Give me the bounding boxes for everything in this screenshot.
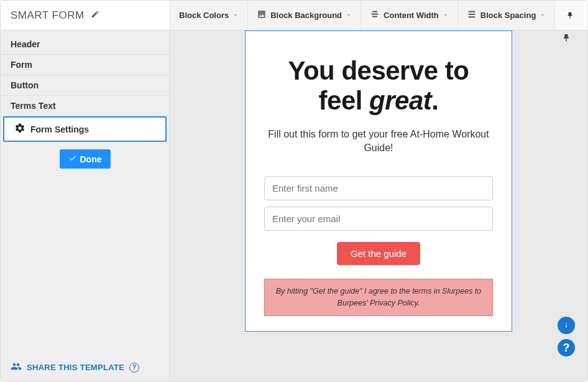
share-label: SHARE THIS TEMPLATE: [27, 363, 124, 372]
pin-icon[interactable]: [561, 33, 571, 45]
pin-button[interactable]: [554, 1, 584, 30]
chevron-down-icon: [232, 11, 239, 20]
app-body: Header Form Button Terms Text Form Setti…: [1, 30, 587, 381]
svg-rect-1: [372, 14, 379, 15]
svg-rect-4: [468, 14, 475, 15]
sidebar-item-terms-text[interactable]: Terms Text: [1, 96, 169, 116]
canvas-area: You deserve to feel great. Fill out this…: [170, 30, 587, 381]
sidebar: Header Form Button Terms Text Form Setti…: [1, 30, 170, 381]
block-background-button[interactable]: Block Background: [247, 1, 361, 30]
svg-rect-2: [372, 16, 377, 17]
block-background-label: Block Background: [270, 11, 342, 20]
share-template-button[interactable]: SHARE THIS TEMPLATE ?: [1, 353, 169, 381]
done-label: Done: [80, 154, 102, 164]
content-width-label: Content Width: [384, 11, 439, 20]
block-spacing-button[interactable]: Block Spacing: [457, 1, 555, 30]
svg-rect-5: [468, 16, 475, 17]
done-row: Done: [1, 142, 169, 176]
chevron-down-icon: [346, 11, 352, 20]
sidebar-item-label: Terms Text: [11, 101, 56, 111]
block-colors-label: Block Colors: [179, 11, 229, 20]
floating-help: ?: [558, 317, 575, 356]
toolbar-title-section: SMART FORM: [1, 1, 170, 30]
check-icon: [68, 154, 77, 164]
svg-rect-0: [372, 11, 377, 12]
help-button[interactable]: ?: [558, 339, 575, 356]
top-toolbar: SMART FORM Block Colors Block Background: [1, 1, 587, 30]
sidebar-item-label: Button: [11, 80, 39, 90]
sidebar-item-button[interactable]: Button: [1, 75, 169, 96]
gear-icon: [14, 123, 25, 136]
spacing-icon: [467, 9, 477, 21]
block-colors-button[interactable]: Block Colors: [170, 1, 247, 30]
pencil-icon[interactable]: [91, 10, 99, 21]
block-title: SMART FORM: [11, 9, 85, 22]
content-width-button[interactable]: Content Width: [361, 1, 457, 30]
heading-post: .: [431, 86, 438, 115]
info-button[interactable]: [558, 317, 575, 334]
chevron-down-icon: [540, 11, 546, 20]
email-input[interactable]: [264, 207, 493, 231]
toolbar-buttons: Block Colors Block Background Content Wi: [170, 1, 587, 30]
form-preview[interactable]: You deserve to feel great. Fill out this…: [245, 30, 512, 332]
chevron-down-icon: [443, 11, 449, 20]
first-name-input[interactable]: [264, 176, 493, 200]
preview-subheading: Fill out this form to get your free At-H…: [264, 128, 493, 156]
sidebar-item-label: Form Settings: [30, 124, 89, 134]
app-frame: SMART FORM Block Colors Block Background: [0, 0, 588, 382]
sidebar-item-label: Header: [11, 39, 40, 49]
sidebar-list: Header Form Button Terms Text Form Setti…: [1, 30, 169, 353]
sidebar-item-form[interactable]: Form: [1, 55, 169, 75]
cta-row: Get the guide: [264, 242, 493, 265]
block-spacing-label: Block Spacing: [480, 11, 536, 20]
people-icon: [11, 361, 22, 374]
image-icon: [257, 9, 267, 21]
preview-heading: You deserve to feel great.: [264, 56, 493, 116]
heading-em: great: [369, 86, 431, 115]
svg-rect-3: [468, 11, 475, 12]
terms-text[interactable]: By hitting "Get the guide" I agree to th…: [264, 279, 493, 316]
width-icon: [370, 9, 380, 21]
sidebar-item-form-settings[interactable]: Form Settings: [3, 116, 167, 142]
sidebar-item-label: Form: [11, 60, 32, 70]
help-icon[interactable]: ?: [129, 363, 139, 373]
sidebar-item-header[interactable]: Header: [1, 34, 169, 55]
cta-button[interactable]: Get the guide: [337, 242, 420, 265]
done-button[interactable]: Done: [60, 149, 111, 169]
